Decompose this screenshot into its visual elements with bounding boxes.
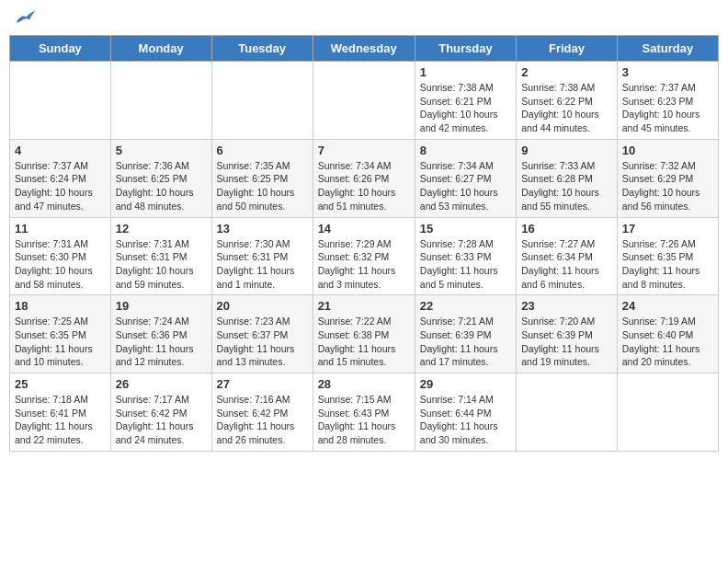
calendar-cell: 6Sunrise: 7:35 AM Sunset: 6:25 PM Daylig… <box>211 139 313 217</box>
day-number: 13 <box>217 222 308 236</box>
day-number: 6 <box>217 144 308 157</box>
weekday-header-sunday: Sunday <box>10 36 111 62</box>
day-info: Sunrise: 7:20 AM Sunset: 6:39 PM Dayligh… <box>521 315 612 369</box>
calendar-cell: 8Sunrise: 7:34 AM Sunset: 6:27 PM Daylig… <box>415 139 516 217</box>
weekday-header-row: SundayMondayTuesdayWednesdayThursdayFrid… <box>10 36 719 62</box>
day-number: 17 <box>622 222 713 236</box>
calendar-cell <box>517 373 618 452</box>
calendar-cell: 14Sunrise: 7:29 AM Sunset: 6:32 PM Dayli… <box>313 217 415 295</box>
calendar-week-row: 1Sunrise: 7:38 AM Sunset: 6:21 PM Daylig… <box>10 62 719 140</box>
weekday-header-friday: Friday <box>517 36 618 62</box>
day-number: 12 <box>116 222 207 236</box>
day-number: 5 <box>116 144 207 157</box>
calendar-cell: 10Sunrise: 7:32 AM Sunset: 6:29 PM Dayli… <box>617 139 718 217</box>
day-number: 14 <box>318 222 410 236</box>
calendar-cell: 11Sunrise: 7:31 AM Sunset: 6:30 PM Dayli… <box>10 217 111 295</box>
day-info: Sunrise: 7:18 AM Sunset: 6:41 PM Dayligh… <box>15 393 106 447</box>
day-number: 19 <box>116 299 207 313</box>
logo <box>13 9 37 28</box>
calendar-week-row: 4Sunrise: 7:37 AM Sunset: 6:24 PM Daylig… <box>10 139 719 217</box>
day-info: Sunrise: 7:38 AM Sunset: 6:22 PM Dayligh… <box>521 81 612 135</box>
day-number: 21 <box>318 299 410 313</box>
day-number: 15 <box>420 222 511 236</box>
calendar-week-row: 11Sunrise: 7:31 AM Sunset: 6:30 PM Dayli… <box>10 217 719 295</box>
calendar-cell: 28Sunrise: 7:15 AM Sunset: 6:43 PM Dayli… <box>313 373 415 452</box>
day-number: 28 <box>318 377 410 391</box>
weekday-header-wednesday: Wednesday <box>313 36 415 62</box>
day-number: 1 <box>420 65 511 79</box>
day-number: 8 <box>420 144 511 157</box>
calendar-cell: 7Sunrise: 7:34 AM Sunset: 6:26 PM Daylig… <box>313 139 415 217</box>
calendar-cell: 25Sunrise: 7:18 AM Sunset: 6:41 PM Dayli… <box>10 373 111 452</box>
day-info: Sunrise: 7:33 AM Sunset: 6:28 PM Dayligh… <box>521 159 612 213</box>
calendar-cell: 13Sunrise: 7:30 AM Sunset: 6:31 PM Dayli… <box>211 217 313 295</box>
calendar-cell <box>211 62 313 140</box>
day-info: Sunrise: 7:35 AM Sunset: 6:25 PM Dayligh… <box>217 159 308 213</box>
day-info: Sunrise: 7:15 AM Sunset: 6:43 PM Dayligh… <box>318 393 410 447</box>
day-number: 23 <box>521 299 612 313</box>
day-number: 18 <box>15 299 106 313</box>
calendar-cell <box>10 62 111 140</box>
day-info: Sunrise: 7:16 AM Sunset: 6:42 PM Dayligh… <box>217 393 308 447</box>
day-info: Sunrise: 7:37 AM Sunset: 6:23 PM Dayligh… <box>622 81 713 135</box>
day-number: 16 <box>521 222 612 236</box>
day-number: 20 <box>217 299 308 313</box>
calendar-cell: 12Sunrise: 7:31 AM Sunset: 6:31 PM Dayli… <box>110 217 211 295</box>
day-info: Sunrise: 7:38 AM Sunset: 6:21 PM Dayligh… <box>420 81 511 135</box>
day-info: Sunrise: 7:14 AM Sunset: 6:44 PM Dayligh… <box>420 393 511 447</box>
weekday-header-thursday: Thursday <box>415 36 516 62</box>
day-info: Sunrise: 7:27 AM Sunset: 6:34 PM Dayligh… <box>521 237 612 292</box>
day-number: 10 <box>622 144 713 157</box>
weekday-header-monday: Monday <box>110 36 211 62</box>
day-number: 27 <box>217 377 308 391</box>
day-number: 9 <box>521 144 612 157</box>
day-number: 2 <box>521 65 612 79</box>
calendar-cell: 27Sunrise: 7:16 AM Sunset: 6:42 PM Dayli… <box>211 373 313 452</box>
page-header <box>9 9 719 28</box>
day-number: 4 <box>15 144 106 157</box>
calendar-cell: 22Sunrise: 7:21 AM Sunset: 6:39 PM Dayli… <box>415 295 516 373</box>
calendar-cell <box>313 62 415 140</box>
calendar-cell: 26Sunrise: 7:17 AM Sunset: 6:42 PM Dayli… <box>110 373 211 452</box>
day-info: Sunrise: 7:28 AM Sunset: 6:33 PM Dayligh… <box>420 237 511 292</box>
calendar-cell: 17Sunrise: 7:26 AM Sunset: 6:35 PM Dayli… <box>617 217 718 295</box>
day-info: Sunrise: 7:34 AM Sunset: 6:27 PM Dayligh… <box>420 159 511 213</box>
calendar-week-row: 25Sunrise: 7:18 AM Sunset: 6:41 PM Dayli… <box>10 373 719 452</box>
weekday-header-tuesday: Tuesday <box>211 36 313 62</box>
calendar-cell <box>110 62 211 140</box>
calendar-cell: 24Sunrise: 7:19 AM Sunset: 6:40 PM Dayli… <box>617 295 718 373</box>
day-number: 24 <box>622 299 713 313</box>
day-info: Sunrise: 7:24 AM Sunset: 6:36 PM Dayligh… <box>116 315 207 369</box>
day-info: Sunrise: 7:30 AM Sunset: 6:31 PM Dayligh… <box>217 237 308 292</box>
calendar-cell: 18Sunrise: 7:25 AM Sunset: 6:35 PM Dayli… <box>10 295 111 373</box>
calendar-cell: 19Sunrise: 7:24 AM Sunset: 6:36 PM Dayli… <box>110 295 211 373</box>
calendar-cell: 4Sunrise: 7:37 AM Sunset: 6:24 PM Daylig… <box>10 139 111 217</box>
logo-bird-icon <box>15 9 37 28</box>
calendar-cell: 3Sunrise: 7:37 AM Sunset: 6:23 PM Daylig… <box>617 62 718 140</box>
day-info: Sunrise: 7:23 AM Sunset: 6:37 PM Dayligh… <box>217 315 308 369</box>
calendar-cell: 9Sunrise: 7:33 AM Sunset: 6:28 PM Daylig… <box>517 139 618 217</box>
day-info: Sunrise: 7:22 AM Sunset: 6:38 PM Dayligh… <box>318 315 410 369</box>
day-info: Sunrise: 7:32 AM Sunset: 6:29 PM Dayligh… <box>622 159 713 213</box>
calendar-cell: 15Sunrise: 7:28 AM Sunset: 6:33 PM Dayli… <box>415 217 516 295</box>
day-number: 11 <box>15 222 106 236</box>
day-info: Sunrise: 7:25 AM Sunset: 6:35 PM Dayligh… <box>15 315 106 369</box>
day-info: Sunrise: 7:36 AM Sunset: 6:25 PM Dayligh… <box>116 159 207 213</box>
day-info: Sunrise: 7:37 AM Sunset: 6:24 PM Dayligh… <box>15 159 106 213</box>
day-number: 25 <box>15 377 106 391</box>
calendar-cell: 20Sunrise: 7:23 AM Sunset: 6:37 PM Dayli… <box>211 295 313 373</box>
day-info: Sunrise: 7:31 AM Sunset: 6:30 PM Dayligh… <box>15 237 106 292</box>
day-info: Sunrise: 7:31 AM Sunset: 6:31 PM Dayligh… <box>116 237 207 292</box>
day-info: Sunrise: 7:29 AM Sunset: 6:32 PM Dayligh… <box>318 237 410 292</box>
day-number: 22 <box>420 299 511 313</box>
day-info: Sunrise: 7:34 AM Sunset: 6:26 PM Dayligh… <box>318 159 410 213</box>
calendar-week-row: 18Sunrise: 7:25 AM Sunset: 6:35 PM Dayli… <box>10 295 719 373</box>
calendar-table: SundayMondayTuesdayWednesdayThursdayFrid… <box>9 35 719 452</box>
calendar-cell: 29Sunrise: 7:14 AM Sunset: 6:44 PM Dayli… <box>415 373 516 452</box>
calendar-cell: 16Sunrise: 7:27 AM Sunset: 6:34 PM Dayli… <box>517 217 618 295</box>
calendar-cell: 2Sunrise: 7:38 AM Sunset: 6:22 PM Daylig… <box>517 62 618 140</box>
day-info: Sunrise: 7:17 AM Sunset: 6:42 PM Dayligh… <box>116 393 207 447</box>
day-number: 26 <box>116 377 207 391</box>
day-number: 7 <box>318 144 410 157</box>
weekday-header-saturday: Saturday <box>617 36 718 62</box>
